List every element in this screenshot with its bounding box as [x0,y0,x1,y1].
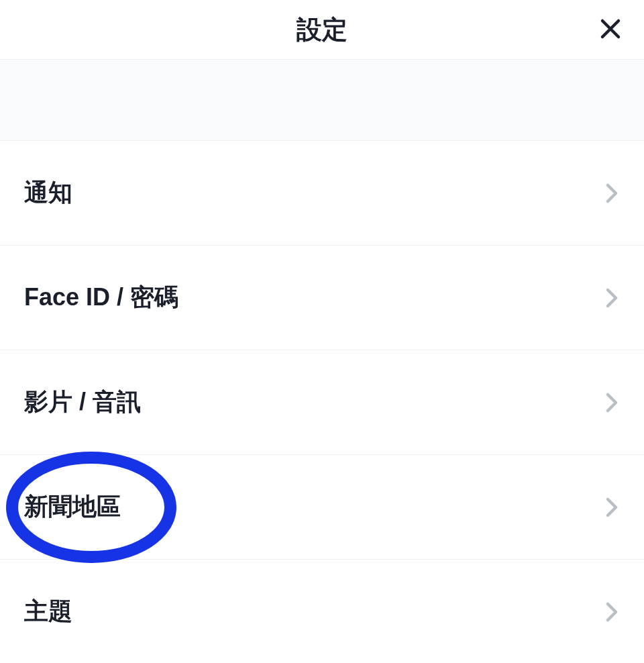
settings-item-news-region[interactable]: 新聞地區 [0,455,644,560]
settings-item-label: 主題 [24,595,72,628]
settings-item-theme[interactable]: 主題 [0,560,644,663]
chevron-right-icon [604,499,620,515]
page-title: 設定 [297,13,347,47]
settings-list: 通知 Face ID / 密碼 影片 / 音訊 新聞地區 [0,141,644,663]
chevron-right-icon [604,395,620,411]
settings-item-label: 影片 / 音訊 [24,386,141,419]
chevron-right-icon [604,604,620,620]
settings-item-notifications[interactable]: 通知 [0,141,644,246]
chevron-right-icon [604,185,620,201]
close-button[interactable] [596,15,625,44]
settings-item-label: 新聞地區 [24,491,121,523]
settings-item-label: 通知 [24,176,72,209]
close-icon [598,17,623,43]
chevron-right-icon [604,290,620,306]
settings-item-faceid-password[interactable]: Face ID / 密碼 [0,246,644,350]
settings-item-video-audio[interactable]: 影片 / 音訊 [0,350,644,455]
section-spacer [0,59,644,141]
header: 設定 [0,0,644,59]
settings-item-label: Face ID / 密碼 [24,281,178,314]
